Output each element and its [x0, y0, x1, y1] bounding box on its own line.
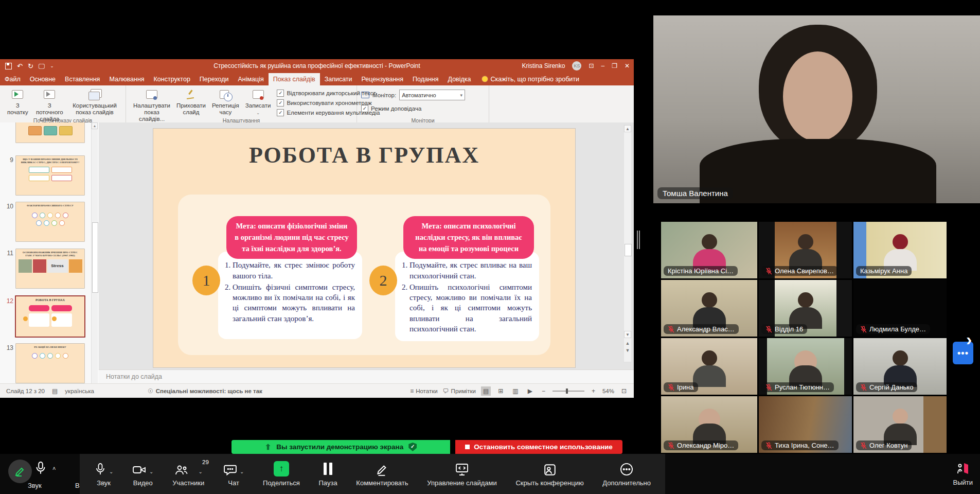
tab-review[interactable]: Рецензування	[357, 73, 408, 85]
microphone-icon[interactable]	[34, 461, 47, 476]
previous-slide-button[interactable]: ▲	[624, 341, 631, 346]
audio-button[interactable]: ⌄ Звук	[94, 461, 113, 487]
slide-sorter-view-button[interactable]: ⊞	[496, 386, 505, 396]
share-screen-button[interactable]: ↑ Поделиться	[263, 461, 300, 487]
account-name[interactable]: Kristina Sirenko	[522, 62, 565, 69]
scroll-down-icon[interactable]: ▼	[624, 331, 631, 338]
normal-view-button[interactable]: ▤	[481, 386, 491, 396]
annotate-button[interactable]: Комментировать	[356, 461, 408, 487]
record-button[interactable]: Записати ⌄	[242, 87, 274, 117]
tab-view[interactable]: Подання	[408, 73, 443, 85]
restore-button[interactable]: ❐	[612, 63, 617, 69]
customize-qat-icon[interactable]: ⌄	[50, 64, 54, 68]
hide-slide-button[interactable]: Приховати слайд	[173, 87, 209, 117]
next-slide-button[interactable]: ▼	[624, 348, 631, 353]
reading-view-button[interactable]: ▥	[510, 386, 520, 396]
participant-tile[interactable]: Олег Ковтун	[853, 396, 947, 453]
chevron-down-icon[interactable]: ⌄	[149, 469, 153, 477]
participant-tile[interactable]: Ірина	[661, 338, 757, 395]
participant-tile[interactable]: Александр Влас…	[661, 280, 757, 337]
thumbnail-slide-9[interactable]: ЩО У ВАШІЙ ПРОФЕСІЙНІЙ ДІЯЛЬНОСТІ ВИКЛИК…	[15, 155, 85, 196]
close-button[interactable]: ✕	[625, 63, 630, 69]
thumbnail-slide-13[interactable]: РЕАКЦІЇ НА НЕБЕЗПЕКУ	[15, 343, 85, 383]
zoom-in-button[interactable]: +	[590, 386, 597, 396]
accessibility-status[interactable]: ☉ Спеціальні можливості: щось не так	[148, 387, 262, 395]
task-card-left[interactable]: Подумайте, як стрес змінює роботу вашого…	[218, 252, 362, 339]
pause-share-button[interactable]: Пауза	[319, 461, 337, 487]
scrollbar-thumb[interactable]	[92, 222, 98, 293]
zoom-slider-thumb[interactable]	[566, 389, 568, 394]
slide-canvas[interactable]: РОБОТА В ГРУПАХ Мета: описати фізіологіч…	[153, 129, 575, 367]
participant-tile[interactable]: Руслан Тютюнн…	[759, 338, 852, 395]
participant-tile[interactable]: Відділ 16	[759, 280, 852, 337]
custom-slideshow-button[interactable]: Користувацький показ слайдів	[68, 87, 121, 117]
thumbnail-slide-12-selected[interactable]: РОБОТА В ГРУПАХ	[15, 295, 85, 338]
redo-icon[interactable]: ↻	[28, 63, 33, 69]
window-resize-handle[interactable]	[637, 231, 641, 249]
comments-toggle[interactable]: 🗩Примітки	[443, 387, 476, 395]
thumbnail-slide-11[interactable]: ОСНОВОПОЛОЖНИК ВЧЕННЯ ПРО СТРЕС ГАНС Г’Ю…	[15, 249, 85, 289]
tab-insert[interactable]: Вставлення	[60, 73, 104, 85]
participant-tile[interactable]: Тиха Ірина, Соне…	[759, 396, 852, 453]
tab-design[interactable]: Конструктор	[149, 73, 195, 85]
active-speaker-video[interactable]: Томша Валентина	[653, 15, 980, 203]
participant-tile[interactable]: Казьмірук Анна	[853, 222, 947, 278]
participant-tile[interactable]: Олена Свирепов…	[759, 222, 852, 278]
participant-tile[interactable]: Олександр Міро…	[661, 396, 757, 453]
tab-file[interactable]: Файл	[0, 73, 25, 85]
undo-icon[interactable]: ↶	[17, 63, 23, 69]
tab-help[interactable]: Довідка	[443, 73, 476, 85]
tab-home[interactable]: Основне	[25, 73, 60, 85]
goal-bubble-left[interactable]: Мета: описати фізіологічні зміни в орган…	[226, 216, 357, 259]
annotation-tool-button[interactable]	[8, 460, 32, 483]
from-beginning-button[interactable]: З початку	[4, 87, 31, 117]
fit-to-window-button[interactable]: ⊡	[619, 386, 629, 396]
goal-bubble-right[interactable]: Мета: описати психологічні наслідки стре…	[403, 216, 534, 259]
slide-title[interactable]: РОБОТА В ГРУПАХ	[153, 142, 575, 168]
participant-tile[interactable]: Крістіна Юріївна Сі…	[661, 222, 757, 278]
zoom-level[interactable]: 54%	[602, 388, 614, 394]
participant-tile[interactable]: Людмила Булде…	[853, 280, 947, 337]
ribbon-display-options-icon[interactable]: ⊡	[589, 63, 594, 69]
chat-button[interactable]: ⌄ Чат	[223, 461, 244, 487]
video-button[interactable]: ⌄ Видео	[132, 461, 153, 487]
display-settings-icon[interactable]: ▤	[52, 387, 58, 395]
zoom-slider[interactable]	[553, 391, 584, 392]
scroll-up-icon[interactable]: ▲	[624, 125, 631, 132]
participant-tile[interactable]: Сергій Данько	[853, 338, 947, 395]
monitor-dropdown[interactable]: Автоматично ▾	[399, 90, 465, 100]
participants-button[interactable]: 29 ⌄ Участники	[172, 461, 204, 487]
more-options-button[interactable]: Дополнительно	[602, 461, 651, 487]
slide-control-button[interactable]: Управление слайдами	[427, 461, 496, 487]
thumbnail-slide-10[interactable]: ФАКТОРИ ПРОФЕСІЙНОГО СТРЕСУ	[15, 202, 85, 242]
chevron-down-icon[interactable]: ⌄	[240, 469, 244, 477]
thumbnail-slide-8-partial[interactable]	[15, 122, 85, 143]
zoom-out-button[interactable]: −	[540, 386, 547, 396]
slideshow-view-button[interactable]: ▶	[526, 386, 534, 396]
chevron-up-icon[interactable]: ˄	[52, 465, 56, 471]
chevron-down-icon[interactable]: ⌄	[199, 469, 203, 477]
leave-meeting-button[interactable]: Выйти	[953, 454, 973, 494]
start-slideshow-icon[interactable]: 🖵	[39, 63, 45, 69]
minimize-button[interactable]: –	[601, 63, 604, 69]
tab-draw[interactable]: Малювання	[104, 73, 149, 85]
scroll-up-icon[interactable]: ▲	[92, 122, 98, 129]
chevron-down-icon[interactable]: ⌄	[109, 469, 113, 477]
checkbox-presenter-view[interactable]: ✓ Режим доповідача	[361, 105, 421, 112]
tell-me-box[interactable]: Скажіть, що потрібно зробити	[476, 76, 580, 83]
tab-record[interactable]: Записати	[320, 73, 357, 85]
stop-share-button[interactable]: Остановить совместное использование	[455, 440, 622, 454]
notes-pane[interactable]: Нотатки до слайда	[99, 369, 634, 383]
tab-transitions[interactable]: Переходи	[195, 73, 234, 85]
thumbnail-scrollbar[interactable]: ▲	[91, 122, 98, 397]
tab-slideshow[interactable]: Показ слайдів	[269, 73, 320, 85]
hide-conference-button[interactable]: Скрыть конференцию	[515, 461, 583, 487]
main-scrollbar[interactable]: ▲ ▼ ▲ ▼	[623, 125, 632, 362]
tab-animations[interactable]: Анімація	[234, 73, 269, 85]
task-card-right[interactable]: Подумайте, як стрес впливає на ваш психо…	[395, 252, 539, 341]
save-icon[interactable]	[5, 63, 12, 69]
account-avatar[interactable]: KS	[572, 61, 581, 70]
language-indicator[interactable]: українська	[65, 388, 94, 394]
rehearse-timings-button[interactable]: Репетиція часу	[209, 87, 242, 117]
next-page-chevron[interactable]: ›	[966, 330, 972, 348]
